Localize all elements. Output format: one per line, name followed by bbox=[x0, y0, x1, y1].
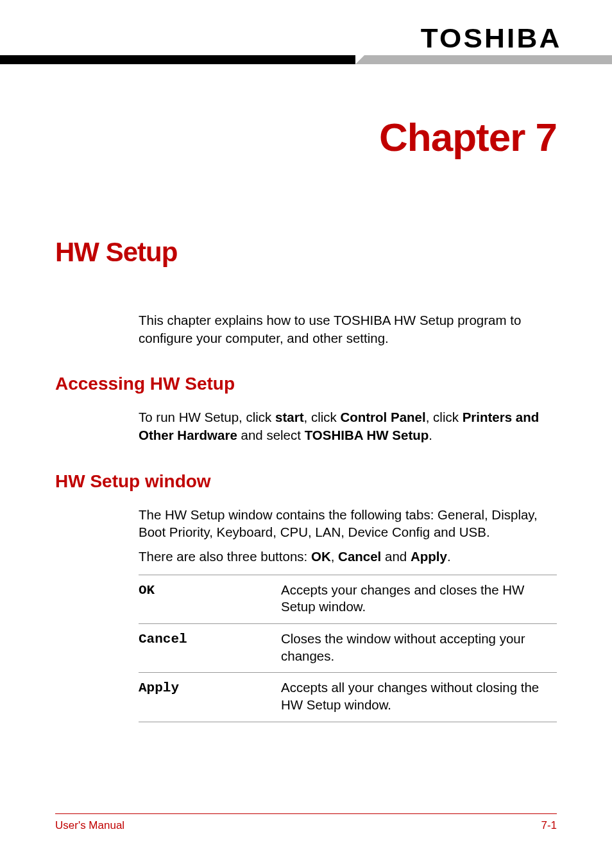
text-fragment: and bbox=[381, 549, 411, 564]
button-desc-cancel: Closes the window without accepting your… bbox=[281, 623, 557, 672]
bold-control-panel: Control Panel bbox=[340, 410, 425, 424]
header-divider-bar bbox=[0, 55, 612, 64]
text-fragment: and select bbox=[237, 428, 305, 442]
text-fragment: . bbox=[429, 428, 432, 442]
button-definitions-table: OK Accepts your changes and closes the H… bbox=[139, 575, 557, 722]
bold-cancel: Cancel bbox=[338, 549, 381, 564]
bold-hw-setup: TOSHIBA HW Setup bbox=[305, 428, 429, 442]
main-content: HW Setup This chapter explains how to us… bbox=[0, 237, 612, 722]
button-label-cancel: Cancel bbox=[139, 623, 281, 672]
intro-paragraph: This chapter explains how to use TOSHIBA… bbox=[139, 311, 557, 347]
table-row: OK Accepts your changes and closes the H… bbox=[139, 575, 557, 623]
bold-apply: Apply bbox=[411, 549, 447, 564]
text-fragment: To run HW Setup, click bbox=[139, 410, 275, 424]
footer-left: User's Manual bbox=[55, 819, 124, 832]
page-footer: User's Manual 7-1 bbox=[55, 813, 557, 832]
bar-segment-curve bbox=[355, 55, 364, 64]
text-fragment: There are also three buttons: bbox=[139, 549, 311, 564]
footer-right: 7-1 bbox=[541, 819, 557, 832]
button-desc-ok: Accepts your changes and closes the HW S… bbox=[281, 575, 557, 623]
button-label-ok: OK bbox=[139, 575, 281, 623]
table-row: Apply Accepts all your changes without c… bbox=[139, 673, 557, 722]
accessing-paragraph: To run HW Setup, click start, click Cont… bbox=[139, 408, 557, 444]
bold-start: start bbox=[275, 410, 303, 424]
subsection-heading-accessing: Accessing HW Setup bbox=[55, 374, 557, 394]
window-paragraph-2: There are also three buttons: OK, Cancel… bbox=[139, 548, 557, 566]
text-fragment: , bbox=[331, 549, 338, 564]
section-title: HW Setup bbox=[55, 237, 557, 268]
bar-segment-gray bbox=[364, 55, 612, 64]
brand-logo: TOSHIBA bbox=[421, 23, 562, 54]
subsection-heading-window: HW Setup window bbox=[55, 471, 557, 492]
text-fragment: , click bbox=[426, 410, 463, 424]
window-paragraph-1: The HW Setup window contains the followi… bbox=[139, 506, 557, 541]
bold-ok: OK bbox=[311, 549, 331, 564]
page-header: TOSHIBA bbox=[0, 0, 612, 71]
text-fragment: , click bbox=[303, 410, 340, 424]
button-label-apply: Apply bbox=[139, 673, 281, 722]
chapter-title: Chapter 7 bbox=[0, 114, 557, 160]
text-fragment: . bbox=[447, 549, 451, 564]
button-desc-apply: Accepts all your changes without closing… bbox=[281, 673, 557, 722]
bar-segment-black bbox=[0, 55, 355, 64]
table-row: Cancel Closes the window without accepti… bbox=[139, 623, 557, 672]
